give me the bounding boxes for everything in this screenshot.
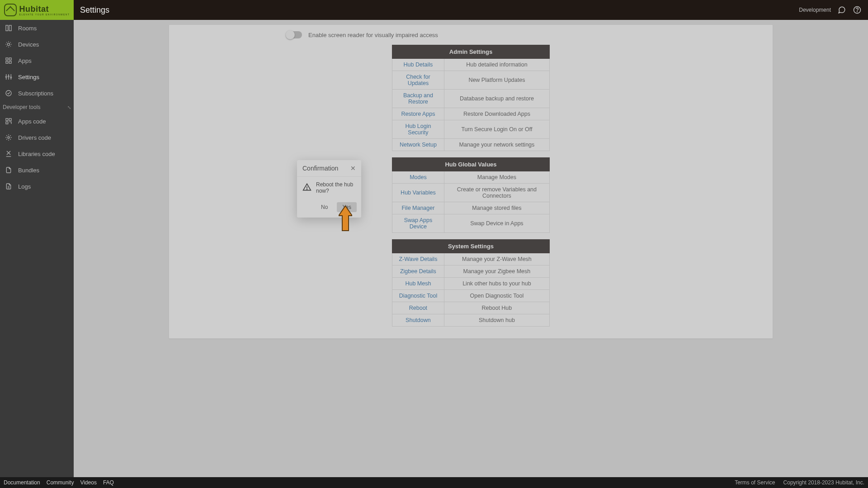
brand-tagline: ELEVATE YOUR ENVIRONMENT <box>19 13 70 16</box>
modal-overlay <box>0 20 868 477</box>
help-icon[interactable] <box>853 5 862 14</box>
brand-name: Hubitat <box>19 5 49 14</box>
footer-link-community[interactable]: Community <box>47 479 74 486</box>
footer-link-videos[interactable]: Videos <box>80 479 96 486</box>
footer-link-faq[interactable]: FAQ <box>103 479 114 486</box>
footer-link-documentation[interactable]: Documentation <box>4 479 40 486</box>
brand-logo-mark <box>4 4 17 16</box>
footer: Documentation Community Videos FAQ Terms… <box>0 477 868 488</box>
page-title: Settings <box>80 5 799 15</box>
topbar: Hubitat ELEVATE YOUR ENVIRONMENT Setting… <box>0 0 868 20</box>
chat-icon[interactable] <box>837 5 846 14</box>
footer-copyright: Copyright 2018-2023 Hubitat, Inc. <box>783 479 864 486</box>
brand-logo[interactable]: Hubitat ELEVATE YOUR ENVIRONMENT <box>0 0 74 20</box>
env-label: Development <box>799 7 831 13</box>
svg-point-1 <box>857 11 858 12</box>
footer-link-tos[interactable]: Terms of Service <box>735 479 775 486</box>
